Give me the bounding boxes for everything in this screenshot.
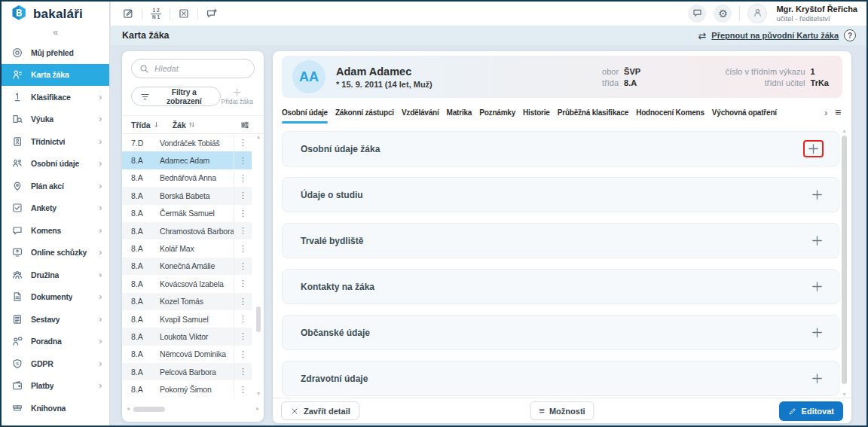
sidebar-item-poradna[interactable]: Poradna› — [2, 331, 109, 353]
tabs-overflow-chevron[interactable]: › — [824, 108, 827, 117]
row-menu-kebab-icon[interactable]: ⋮ — [234, 293, 252, 310]
student-row[interactable]: 8.AKovácsová Izabela⋮ — [122, 275, 252, 292]
accordion-section-trval-bydli-t[interactable]: Trvalé bydliště — [282, 223, 839, 258]
sidebar-item-gdpr[interactable]: SGDPR› — [2, 352, 109, 375]
scrollbar-thumb[interactable] — [256, 307, 261, 332]
new-message-icon[interactable] — [204, 6, 219, 21]
tab-matrika[interactable]: Matrika — [447, 108, 472, 124]
student-row[interactable]: 8.AKolář Max⋮ — [122, 239, 252, 257]
student-row[interactable]: 8.AKonečná Amálie⋮ — [122, 258, 252, 275]
scroll-right-icon[interactable]: ▸ — [256, 405, 259, 413]
expand-plus-icon[interactable] — [811, 326, 824, 339]
sidebar-item-dokumenty[interactable]: Dokumenty› — [2, 286, 109, 309]
column-header-student[interactable]: Žák — [173, 120, 196, 130]
tab-pr-b-n-klasifikace[interactable]: Průběžná klasifikace — [558, 108, 628, 124]
add-student-button[interactable]: Přidat žáka — [221, 87, 253, 105]
accordion-section-kontakty-na-ka[interactable]: Kontakty na žáka — [282, 269, 839, 304]
student-row[interactable]: 8.ABorská Babeta⋮ — [122, 187, 252, 204]
column-header-class[interactable]: Třída — [131, 120, 160, 130]
sidebar-item-online-sch-zky[interactable]: Online schůzky› — [2, 242, 109, 264]
edit-note-icon[interactable] — [121, 6, 136, 21]
sidebar-item-v-uka[interactable]: Výuka› — [2, 108, 109, 131]
sidebar-item-pl-n-akc[interactable]: Plán akcí› — [2, 175, 109, 197]
sidebar-item-dru-ina[interactable]: Družina› — [2, 264, 109, 286]
tab-v-chovn-opat-en[interactable]: Výchovná opatření — [712, 108, 777, 124]
filters-button[interactable]: Filtry a zobrazení — [131, 87, 221, 106]
row-menu-kebab-icon[interactable]: ⋮ — [234, 169, 252, 187]
student-row[interactable]: 7.DVondráček Tobiáš⋮ — [122, 134, 252, 151]
scroll-left-icon[interactable]: ◂ — [127, 405, 130, 413]
accordion-section-osobn-daje-ka[interactable]: Osobní údaje žáka — [282, 131, 839, 166]
expand-plus-icon[interactable] — [811, 188, 824, 201]
tab-vzd-l-v-n[interactable]: Vzdělávání — [402, 108, 439, 124]
user-menu[interactable]: Mgr. Kryštof Řeřicha učitel - ředitelstv… — [776, 5, 857, 23]
row-menu-kebab-icon[interactable]: ⋮ — [234, 363, 252, 380]
tab-z-konn-z-stupci[interactable]: Zákonní zástupci — [335, 108, 394, 124]
sidebar-item-platby[interactable]: Platby› — [2, 375, 109, 398]
row-menu-kebab-icon[interactable]: ⋮ — [234, 222, 252, 239]
sidebar-item-karta-ka[interactable]: Karta žáka — [2, 64, 109, 87]
sidebar-item-sestavy[interactable]: Sestavy› — [2, 308, 109, 331]
edit-button[interactable]: Editovat — [779, 401, 843, 421]
messages-icon[interactable] — [688, 5, 706, 23]
tab-hodnocen-komens[interactable]: Hodnocení Komens — [636, 108, 704, 124]
switch-view-link[interactable]: Přepnout na původní Kartu žáka — [711, 31, 839, 40]
options-button[interactable]: ≡ Možnosti — [530, 401, 594, 420]
cancel-square-icon[interactable] — [176, 6, 191, 21]
row-menu-kebab-icon[interactable]: ⋮ — [234, 187, 252, 204]
sidebar-item-t-dnictv[interactable]: Třídnictví› — [2, 130, 109, 153]
accordion-section-ob-ansk-daje[interactable]: Občanské údaje — [282, 315, 839, 350]
scrollbar-thumb[interactable] — [133, 407, 165, 412]
row-menu-kebab-icon[interactable]: ⋮ — [234, 151, 252, 169]
search-input[interactable]: Hledat — [131, 59, 255, 78]
user-avatar[interactable] — [747, 4, 767, 23]
sidebar-item-osobn-daje[interactable]: Osobní údaje› — [2, 153, 109, 175]
sidebar-item-komens[interactable]: Komens› — [2, 219, 109, 242]
row-menu-kebab-icon[interactable]: ⋮ — [234, 239, 252, 257]
scrollbar-thumb[interactable] — [842, 136, 847, 384]
scroll-down-icon[interactable]: ▾ — [841, 392, 848, 398]
expand-plus-icon[interactable] — [811, 234, 824, 247]
expand-plus-icon[interactable] — [807, 142, 820, 155]
student-row[interactable]: 8.APokorný Šimon⋮ — [122, 380, 252, 398]
help-button[interactable]: ? — [844, 29, 856, 41]
expand-plus-icon[interactable] — [811, 280, 824, 293]
row-menu-kebab-icon[interactable]: ⋮ — [234, 346, 252, 363]
student-row[interactable]: 8.AČermák Samuel⋮ — [122, 205, 252, 222]
brand[interactable]: bakaláři — [2, 2, 109, 27]
student-row[interactable]: 8.ANěmcová Dominika⋮ — [122, 346, 252, 363]
scroll-down-icon[interactable]: ▾ — [255, 391, 261, 397]
row-menu-kebab-icon[interactable]: ⋮ — [234, 328, 252, 345]
student-row[interactable]: 8.AAdamec Adam⋮ — [122, 151, 252, 169]
accordion-section-daje-o-studiu[interactable]: Údaje o studiu — [282, 177, 839, 212]
student-row[interactable]: 8.AChramostová Barbora⋮ — [122, 222, 252, 239]
student-row[interactable]: 8.ALoukota Viktor⋮ — [122, 328, 252, 345]
scroll-up-icon[interactable]: ▴ — [255, 134, 261, 140]
row-menu-kebab-icon[interactable]: ⋮ — [234, 310, 252, 328]
tab-historie[interactable]: Historie — [523, 108, 550, 124]
close-detail-button[interactable]: Zavřít detail — [281, 401, 359, 420]
tab-osobn-daje[interactable]: Osobní údaje — [282, 108, 328, 124]
student-row[interactable]: 8.ABednářová Anna⋮ — [122, 169, 252, 187]
list-horizontal-scrollbar[interactable]: ◂ ▸ — [127, 405, 259, 413]
student-row[interactable]: 8.AKozel Tomás⋮ — [122, 293, 252, 310]
tabs-menu-icon[interactable]: ≡ — [835, 108, 841, 117]
settings-gear-icon[interactable]: ⚙ — [714, 5, 732, 23]
sidebar-item-ankety[interactable]: Ankety› — [2, 197, 109, 220]
row-menu-kebab-icon[interactable]: ⋮ — [234, 275, 252, 292]
sidebar-item-knihovna[interactable]: Knihovna — [2, 397, 109, 419]
sidebar-item-klasifikace[interactable]: Klasifikace› — [2, 86, 109, 108]
grades-icon[interactable]: 1 2N 1 — [148, 6, 164, 21]
column-settings-icon[interactable] — [240, 120, 250, 130]
tab-pozn-mky[interactable]: Poznámky — [479, 108, 515, 124]
row-menu-kebab-icon[interactable]: ⋮ — [234, 380, 252, 398]
student-row[interactable]: 8.AKvapil Samuel⋮ — [122, 310, 252, 328]
sidebar-item-m-j-p-ehled[interactable]: Můj přehled — [2, 41, 109, 64]
list-vertical-scrollbar[interactable]: ▴ ▾ — [255, 136, 261, 395]
row-menu-kebab-icon[interactable]: ⋮ — [234, 205, 252, 222]
row-menu-kebab-icon[interactable]: ⋮ — [234, 134, 252, 151]
student-row[interactable]: 8.APelcová Barbora⋮ — [122, 363, 252, 380]
detail-vertical-scrollbar[interactable]: ▴ ▾ — [841, 128, 848, 398]
scroll-up-icon[interactable]: ▴ — [841, 128, 848, 134]
sidebar-collapse-button[interactable]: « — [2, 27, 109, 39]
